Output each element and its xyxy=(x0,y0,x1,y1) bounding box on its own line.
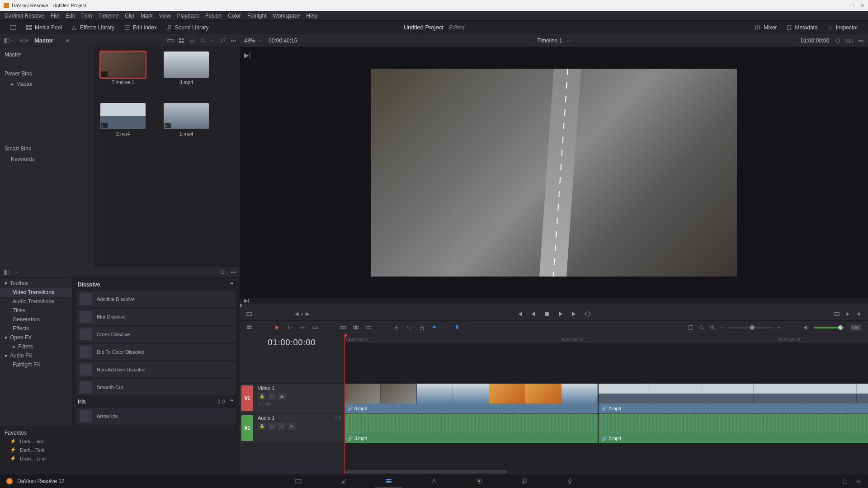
match-frame-icon[interactable] xyxy=(834,311,840,317)
auto-select-button[interactable]: ▢ xyxy=(268,393,276,400)
replace-clip-icon[interactable] xyxy=(365,324,372,331)
tree-effects[interactable]: Effects xyxy=(0,324,72,333)
chevron-down-icon[interactable] xyxy=(258,38,262,44)
tree-fairlightfx[interactable]: Fairlight FX xyxy=(0,360,72,369)
zoom-fit-icon[interactable] xyxy=(688,324,694,331)
page-edit[interactable] xyxy=(384,477,393,486)
chevron-down-icon[interactable] xyxy=(14,269,19,276)
page-cut[interactable] xyxy=(339,477,348,486)
mixer-toggle[interactable]: Mixer xyxy=(750,23,781,33)
effect-arrow-iris[interactable]: Arrow Iris xyxy=(76,408,236,424)
step-fwd-icon[interactable] xyxy=(844,311,851,317)
chevron-down-icon[interactable] xyxy=(444,324,448,331)
step-back-button[interactable] xyxy=(530,310,537,318)
clip-2mp4[interactable]: ♪ 2.mp4 xyxy=(100,103,146,136)
menu-workspace[interactable]: Workspace xyxy=(273,13,300,19)
tree-audio-transitions[interactable]: Audio Transitions xyxy=(0,297,72,306)
next-edit-icon[interactable]: ▶ xyxy=(306,311,309,317)
menu-fairlight[interactable]: Fairlight xyxy=(247,13,267,19)
fullscreen-button[interactable] xyxy=(5,23,21,33)
effect-blur-dissolve[interactable]: Blur Dissolve xyxy=(76,309,236,325)
lock-track-button[interactable]: 🔒 xyxy=(258,393,266,400)
bin-keywords[interactable]: Keywords xyxy=(0,155,94,164)
metadata-toggle[interactable]: Metadata xyxy=(782,23,822,33)
view-strip-icon[interactable] xyxy=(167,38,174,44)
chevron-down-icon[interactable] xyxy=(211,38,215,44)
volume-icon[interactable] xyxy=(803,324,809,331)
timeline-tracks[interactable]: 01:00:00:00 01:00:08:00 01:00:16:00 🔗3.m… xyxy=(344,334,868,474)
menu-view[interactable]: View xyxy=(159,13,171,19)
bin-master[interactable]: Master xyxy=(0,50,94,60)
media-pool-toggle[interactable]: Media Pool xyxy=(21,23,66,33)
page-color[interactable] xyxy=(475,477,484,486)
tree-openfx[interactable]: ▾Open FX xyxy=(0,333,72,342)
overwrite-clip-icon[interactable] xyxy=(353,324,359,331)
panel-layout-icon[interactable] xyxy=(4,269,10,276)
clip-1mp4[interactable]: ♪ 1.mp4 xyxy=(164,103,209,136)
tree-titles[interactable]: Titles xyxy=(0,306,72,315)
minimize-button[interactable]: — xyxy=(838,3,843,9)
menu-davinci[interactable]: DaVinci Resolve xyxy=(5,13,44,19)
auto-select-button[interactable]: ▢ xyxy=(268,422,276,430)
more-menu[interactable]: ••• xyxy=(231,269,236,276)
menu-fusion[interactable]: Fusion xyxy=(205,13,222,19)
menu-trim[interactable]: Trim xyxy=(81,13,92,19)
lock-track-button[interactable]: 🔒 xyxy=(258,422,266,430)
fav-item-0[interactable]: ⚡Dark…hird xyxy=(4,437,236,446)
clip-a-2mp4[interactable]: 🔗2.mp4 xyxy=(599,413,868,443)
zoom-out-button[interactable]: − xyxy=(720,325,723,330)
lock-icon[interactable] xyxy=(419,324,425,331)
group-iris[interactable]: Iris2.0⌃ xyxy=(76,397,236,407)
disable-track-button[interactable]: ▣ xyxy=(278,393,286,400)
close-button[interactable]: ✕ xyxy=(860,3,864,9)
volume-slider[interactable] xyxy=(814,327,845,328)
dim-button[interactable]: DIM xyxy=(850,324,862,331)
horizontal-scrollbar[interactable] xyxy=(344,470,507,474)
a1-tag[interactable]: A1 xyxy=(241,415,253,441)
zoom-detail-icon[interactable] xyxy=(698,324,705,331)
group-dissolve[interactable]: Dissolve⌃ xyxy=(76,280,236,290)
menu-file[interactable]: File xyxy=(51,13,59,19)
menu-help[interactable]: Help xyxy=(306,13,317,19)
search-icon[interactable] xyxy=(220,269,226,276)
effect-dip-to-color[interactable]: Dip To Color Dissolve xyxy=(76,344,236,360)
play-button[interactable] xyxy=(557,310,564,318)
tree-toolbox[interactable]: ▾Toolbox xyxy=(0,279,72,288)
go-end-button[interactable] xyxy=(571,310,578,318)
sort-icon[interactable] xyxy=(220,38,226,44)
trim-tool[interactable] xyxy=(287,324,293,331)
bin-list-icon[interactable] xyxy=(4,38,10,44)
inspector-toggle[interactable]: Inspector xyxy=(822,23,863,33)
fav-item-2[interactable]: ⚡Draw…Line xyxy=(4,454,236,463)
fav-item-1[interactable]: ⚡Dark…Text xyxy=(4,446,236,454)
razor-icon[interactable] xyxy=(393,324,400,331)
timeline-view-icon[interactable] xyxy=(246,324,252,331)
tree-generators[interactable]: Generators xyxy=(0,315,72,324)
clip-3mp4[interactable]: 3.mp4 xyxy=(164,52,209,85)
marker-icon[interactable] xyxy=(454,324,460,331)
track-head-v1[interactable]: V1 Video 1 🔒 ▢ ▣ 3 Clips xyxy=(240,383,344,413)
clip-v-3mp4[interactable]: 🔗3.mp4 xyxy=(344,384,598,413)
timeline-ruler[interactable]: 01:00:00:00 01:00:08:00 01:00:16:00 xyxy=(344,334,868,343)
solo-button[interactable]: S xyxy=(278,422,286,430)
home-icon[interactable] xyxy=(842,478,848,484)
edit-index-toggle[interactable]: Edit Index xyxy=(119,23,161,33)
bin-smart-bins[interactable]: Smart Bins xyxy=(0,143,94,155)
effect-additive-dissolve[interactable]: Additive Dissolve xyxy=(76,291,236,307)
menu-clip[interactable]: Clip xyxy=(125,13,134,19)
zoom-in-button[interactable]: + xyxy=(777,325,780,330)
track-head-a1[interactable]: A1 Audio 12.0 🔒 ▢ S M xyxy=(240,413,344,443)
menu-timeline[interactable]: Timeline xyxy=(98,13,118,19)
zoom-value[interactable]: 43% xyxy=(244,38,255,44)
clip-a-3mp4[interactable]: 🔗3.mp4 xyxy=(344,413,598,443)
effect-non-additive[interactable]: Non-Additive Dissolve xyxy=(76,361,236,378)
step-back-icon[interactable] xyxy=(855,311,862,317)
view-mode-icon[interactable] xyxy=(246,311,252,317)
insert-clip-icon[interactable] xyxy=(340,324,346,331)
page-deliver[interactable] xyxy=(565,477,574,486)
chevron-down-icon[interactable] xyxy=(10,38,14,44)
prev-edit-icon[interactable]: ◀ xyxy=(295,311,298,317)
bin-power-master[interactable]: ▸Master xyxy=(0,80,94,89)
clip-v-2mp4[interactable]: 🔗2.mp4 xyxy=(599,384,868,413)
v1-tag[interactable]: V1 xyxy=(241,385,253,411)
